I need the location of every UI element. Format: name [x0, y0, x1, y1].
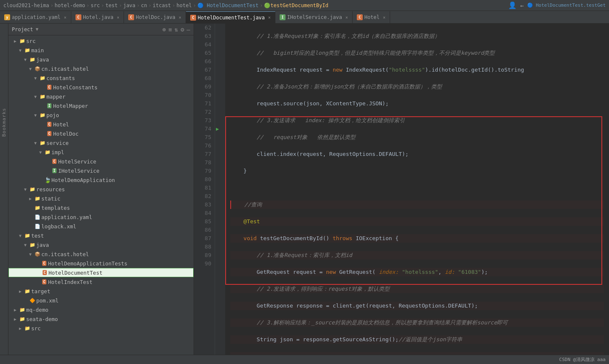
tree-item-templates[interactable]: ▶ 📁 templates: [8, 203, 194, 212]
folder-icon: 📁: [39, 75, 46, 81]
tree-item-logback[interactable]: ▶ 📄 logback.xml: [8, 222, 194, 231]
breadcrumb-cn[interactable]: cn: [141, 3, 147, 8]
breadcrumb-cloud[interactable]: cloud2021-heima: [3, 3, 49, 8]
tree-item-package[interactable]: ▼ 📦 cn.itcast.hotel: [8, 64, 194, 73]
breadcrumb-test[interactable]: test: [105, 3, 118, 8]
code-line-73: @Test: [230, 217, 604, 226]
breadcrumb-itcast[interactable]: itcast: [153, 3, 171, 8]
locate-icon[interactable]: ⊕: [162, 26, 166, 33]
tree-item-hotelservice[interactable]: ▶ C HotelService: [8, 157, 194, 166]
tree-item-seata-demo[interactable]: ▶ 📁 seata-demo: [8, 314, 194, 324]
code-scroll-area[interactable]: 62 63 64 65 66 67 68 69 70 71 72 73 74 7…: [194, 24, 609, 355]
tree-item-src[interactable]: ▶ 📁 src: [8, 36, 194, 46]
breadcrumb-file[interactable]: 🔵 HotelDocumentTest: [197, 3, 259, 8]
code-line-77: // 2.发送请求，得到响应：request对象，默认类型: [230, 285, 604, 293]
tree-item-test[interactable]: ▼ 📁 test: [8, 231, 194, 240]
folder-icon: 📁: [44, 150, 51, 155]
tree-item-src2[interactable]: ▶ 📁 src: [8, 324, 194, 333]
tree-item-pom[interactable]: ▶ 🔶 pom.xml: [8, 296, 194, 305]
code-line-74: void testGetDocumentById() throws IOExce…: [230, 234, 604, 243]
status-bar: CSDN @清风微凉 aaa: [0, 355, 609, 364]
breadcrumb-icon: 🟢: [264, 3, 270, 8]
close-tab-hotel2[interactable]: ×: [383, 15, 385, 20]
breadcrumb-java[interactable]: java: [123, 3, 135, 8]
code-line-79: // 3.解析响应结果：_source封装的是原始文档信息，所以想要拿到查询结果…: [230, 318, 604, 327]
tree-item-hoteldemoapplicationtests[interactable]: ▶ C HotelDemoApplicationTests: [8, 259, 194, 268]
tree-item-ihotelservice[interactable]: ▶ I IHotelService: [8, 166, 194, 175]
bookmarks-panel: Bookmarks: [0, 24, 8, 355]
close-tab-hoteldoc[interactable]: ×: [179, 15, 181, 20]
pom-icon: 🔶: [29, 298, 36, 303]
collapse-all-icon[interactable]: ≡: [168, 26, 172, 33]
tree-item-application-yaml[interactable]: ▶ 📄 application.yaml: [8, 212, 194, 222]
tree-item-resources[interactable]: ▼ 📁 resources: [8, 185, 194, 194]
tab-hotel2[interactable]: C Hotel ×: [353, 11, 390, 23]
run-test-icon[interactable]: ▶: [216, 126, 219, 132]
tree-item-mapper[interactable]: ▼ 📁 mapper: [8, 92, 194, 101]
close-tab-hoteldocumenttest[interactable]: ×: [268, 15, 271, 20]
tree-item-hoteldemoapplication[interactable]: ▶ 🍃 HotelDemoApplication: [8, 175, 194, 185]
tab-hotel-java[interactable]: C Hotel.java ×: [71, 11, 124, 23]
tree-item-target[interactable]: ▶ 📁 target: [8, 286, 194, 296]
close-tab-hotel[interactable]: ×: [117, 15, 119, 20]
code-line-67: // 3.发送请求 index: 操作文档，给文档创建倒排索引: [230, 116, 604, 125]
tree-item-main[interactable]: ▼ 📁 main: [8, 46, 194, 55]
sort-icon[interactable]: ⇅: [175, 26, 178, 33]
project-header: Project ▼ ⊕ ≡ ⇅ ⚙ —: [8, 24, 194, 35]
spring-icon: 🍃: [44, 177, 51, 183]
close-tab-yaml[interactable]: ×: [64, 15, 67, 20]
code-line-63: // bigint对应的是long类型，但是id类型特殊只能使用字符串类型，不分…: [230, 49, 604, 57]
code-line-78: GetResponse response = client.get(reques…: [230, 302, 604, 310]
tab-application-yaml[interactable]: y application.yaml ×: [0, 11, 71, 23]
close-tab-ihotelservice[interactable]: ×: [345, 15, 348, 20]
breadcrumb-hotel-demo[interactable]: hotel-demo: [55, 3, 85, 8]
hide-panel-icon[interactable]: —: [187, 26, 190, 33]
tree-item-constants[interactable]: ▼ 📁 constants: [8, 73, 194, 83]
folder-icon: 📁: [24, 326, 31, 331]
profile-icon[interactable]: 👤: [508, 1, 517, 9]
tree-item-package-test[interactable]: ▼ 📦 cn.itcast.hotel: [8, 249, 194, 259]
code-line-80: String json = response.getSourceAsString…: [230, 335, 604, 344]
tree-item-java-test[interactable]: ▼ 📁 java: [8, 240, 194, 249]
tree-item-hotelindextest[interactable]: ▶ C HotelIndexTest: [8, 277, 194, 286]
tab-hoteldoc-java[interactable]: C HotelDoc.java ×: [124, 11, 186, 23]
tree-item-mq-demo[interactable]: ▶ 📁 mq-demo: [8, 305, 194, 314]
tree-item-static[interactable]: ▶ 📁 static: [8, 194, 194, 203]
code-content[interactable]: // 1.准备Request对象：索引库名，文档id（来自己数据库的酒店数据） …: [225, 24, 609, 355]
java-class-icon: C: [46, 131, 53, 136]
settings-icon[interactable]: ⚙: [181, 26, 184, 33]
package-icon: 📦: [34, 252, 41, 257]
tree-item-hoteldocumenttest[interactable]: ▶ C HotelDocumentTest: [8, 268, 194, 277]
tree-item-hoteldoc[interactable]: ▶ C HotelDoc: [8, 129, 194, 138]
tab-ihotelservice-java[interactable]: I IHotelService.java ×: [275, 11, 353, 23]
tree-item-service[interactable]: ▼ 📁 service: [8, 138, 194, 147]
tree-item-hotelconstants[interactable]: ▶ C HotelConstants: [8, 83, 194, 92]
tree-item-java-main[interactable]: ▼ 📁 java: [8, 55, 194, 64]
folder-icon: 📁: [34, 205, 41, 211]
breadcrumb-method[interactable]: testGetDocumentById: [270, 3, 328, 8]
folder-icon: 📁: [39, 112, 46, 118]
code-line-71: [230, 184, 604, 192]
folder-icon: 📁: [29, 57, 36, 62]
tree-item-impl[interactable]: ▼ 📁 impl: [8, 147, 194, 157]
tree-item-pojo[interactable]: ▼ 📁 pojo: [8, 110, 194, 120]
ihotelservice-icon: I: [280, 14, 286, 20]
tab-hoteldocumenttest-java[interactable]: C HotelDocumentTest.java ×: [186, 11, 275, 23]
code-line-69: client.index(request, RequestOptions.DEF…: [230, 150, 604, 158]
code-line-65: // 2.准备Json文档：新增的json文档（来自己数据库的酒店数据），类型: [230, 83, 604, 91]
project-title: Project: [12, 27, 33, 32]
bookmarks-label: Bookmarks: [1, 108, 7, 137]
java-class-icon: C: [51, 159, 58, 164]
code-line-66: request.source(json, XContentType.JSON);: [230, 99, 604, 108]
code-line-81: [230, 352, 604, 355]
tree-item-hotel[interactable]: ▶ C Hotel: [8, 120, 194, 129]
tab-indicator: 🔵 HotelDocumentTest.testGet: [527, 3, 606, 8]
yaml-icon: 📄: [34, 214, 41, 220]
folder-icon: 📁: [34, 196, 41, 201]
folder-icon: 📁: [19, 316, 26, 322]
tree-item-hotelmapper[interactable]: ▶ I HotelMapper: [8, 101, 194, 110]
breadcrumb-hotel[interactable]: hotel: [177, 3, 192, 8]
navigate-back-icon[interactable]: ←: [520, 2, 523, 9]
status-right: CSDN @清风微凉 aaa: [559, 356, 606, 363]
breadcrumb-src[interactable]: src: [91, 3, 100, 8]
